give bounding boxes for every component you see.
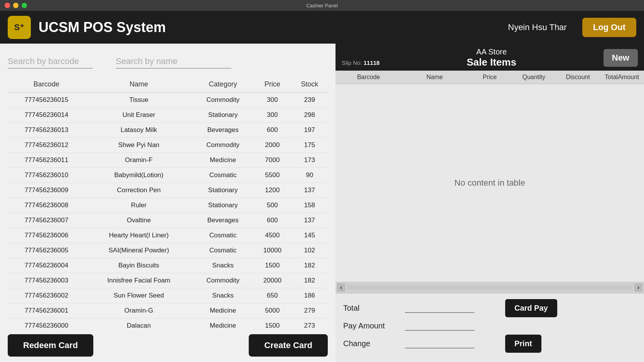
logo-text: S⁺ xyxy=(14,22,25,32)
cell-name: SAI(Mineral Powder) xyxy=(85,243,192,258)
cell-category: Cosmatic xyxy=(192,168,253,183)
no-content-text: No content in table xyxy=(454,178,525,188)
cell-category: Commodity xyxy=(192,93,253,108)
cell-price: 650 xyxy=(253,288,291,303)
new-sale-button[interactable]: New xyxy=(604,49,638,67)
cell-barcode: 777456236008 xyxy=(8,198,85,213)
col-category: Category xyxy=(192,76,253,93)
col-barcode: Barcode xyxy=(8,76,85,93)
cell-price: 600 xyxy=(253,123,291,138)
cell-price: 2000 xyxy=(253,138,291,153)
window-controls[interactable] xyxy=(5,3,27,8)
cell-barcode: 777456236010 xyxy=(8,168,85,183)
cell-stock: 273 xyxy=(291,318,328,329)
cell-stock: 137 xyxy=(291,183,328,198)
cell-barcode: 777456236015 xyxy=(8,93,85,108)
minimize-button[interactable] xyxy=(13,3,19,8)
cell-stock: 102 xyxy=(291,243,328,258)
print-button[interactable]: Print xyxy=(505,335,541,353)
table-row[interactable]: 777456236004Bayin BiscuitsSnacks1500182 xyxy=(8,258,328,273)
table-row[interactable]: 777456236005SAI(Mineral Powder)Cosmatic1… xyxy=(8,243,328,258)
title-bar: Cashier Panel xyxy=(0,0,644,11)
cell-price: 10000 xyxy=(253,243,291,258)
cell-barcode: 777456236004 xyxy=(8,258,85,273)
cell-price: 5000 xyxy=(253,303,291,318)
cell-category: Stationary xyxy=(192,108,253,123)
name-search-input[interactable] xyxy=(116,56,231,69)
cell-price: 300 xyxy=(253,93,291,108)
table-row[interactable]: 777456236013Latasoy MilkBeverages600197 xyxy=(8,123,328,138)
cell-stock: 197 xyxy=(291,123,328,138)
table-row[interactable]: 777456236000DalacanMedicine1500273 xyxy=(8,318,328,329)
table-row[interactable]: 777456236011Oramin-FMedicine7000173 xyxy=(8,153,328,168)
logout-button[interactable]: Log Out xyxy=(582,18,636,37)
slip-number: 11118 xyxy=(364,59,380,66)
cell-name: Hearty Heart(I Liner) xyxy=(85,228,192,243)
cell-price: 300 xyxy=(253,108,291,123)
cell-price: 20000 xyxy=(253,273,291,288)
table-row[interactable]: 777456236015TissueCommodity300239 xyxy=(8,93,328,108)
table-row[interactable]: 777456236007OvaltineBeverages600137 xyxy=(8,213,328,228)
no-content-area: No content in table xyxy=(335,84,644,282)
maximize-button[interactable] xyxy=(22,3,27,8)
sale-col-quantity: Quantity xyxy=(512,74,556,81)
cell-category: Medicine xyxy=(192,153,253,168)
card-pay-button[interactable]: Card Pay xyxy=(505,299,557,317)
main-content: Barcode Name Category Price Stock 777456… xyxy=(0,44,644,362)
table-row[interactable]: 777456236001Oramin-GMedicine5000279 xyxy=(8,303,328,318)
table-row[interactable]: 777456236003Innisfree Facial FoamCommodi… xyxy=(8,273,328,288)
cell-category: Snacks xyxy=(192,258,253,273)
cell-stock: 173 xyxy=(291,153,328,168)
table-row[interactable]: 777456236014Unit EraserStationary300298 xyxy=(8,108,328,123)
cell-name: Sun Flower Seed xyxy=(85,288,192,303)
change-input[interactable] xyxy=(405,339,474,348)
cell-price: 500 xyxy=(253,198,291,213)
sale-header-center: AA Store Sale Items xyxy=(379,47,603,68)
right-panel: Slip No: 11118 AA Store Sale Items New B… xyxy=(335,44,644,362)
cell-category: Beverages xyxy=(192,123,253,138)
table-row[interactable]: 777456236002Sun Flower SeedSnacks650186 xyxy=(8,288,328,303)
table-row[interactable]: 777456236012Shwe Pyi NanCommodity2000175 xyxy=(8,138,328,153)
cell-barcode: 777456236012 xyxy=(8,138,85,153)
cell-barcode: 777456236001 xyxy=(8,303,85,318)
change-row: Change Print xyxy=(343,335,636,353)
scroll-right-button[interactable]: › xyxy=(634,283,642,292)
cell-barcode: 777456236005 xyxy=(8,243,85,258)
cell-name: Oramin-G xyxy=(85,303,192,318)
cell-price: 5500 xyxy=(253,168,291,183)
table-row[interactable]: 777456236006Hearty Heart(I Liner)Cosmati… xyxy=(8,228,328,243)
table-row[interactable]: 777456236008RulerStationary500158 xyxy=(8,198,328,213)
cell-stock: 239 xyxy=(291,93,328,108)
barcode-search-input[interactable] xyxy=(8,56,93,69)
cell-category: Stationary xyxy=(192,198,253,213)
cell-category: Stationary xyxy=(192,183,253,198)
total-row: Total Card Pay xyxy=(343,299,636,317)
table-row[interactable]: 777456236009Correction PenStationary1200… xyxy=(8,183,328,198)
cell-stock: 145 xyxy=(291,228,328,243)
cell-category: Commodity xyxy=(192,273,253,288)
cell-price: 600 xyxy=(253,213,291,228)
cell-barcode: 777456236006 xyxy=(8,228,85,243)
cell-price: 4500 xyxy=(253,228,291,243)
change-label: Change xyxy=(343,339,405,348)
sale-content: Barcode Name Price Quantity Discount Tot… xyxy=(335,71,644,293)
close-button[interactable] xyxy=(5,3,10,8)
store-name: AA Store xyxy=(379,47,603,56)
sale-scroll-area[interactable]: ‹ › xyxy=(335,282,644,293)
scroll-left-button[interactable]: ‹ xyxy=(337,283,345,292)
create-card-button[interactable]: Create Card xyxy=(249,334,328,357)
left-panel: Barcode Name Category Price Stock 777456… xyxy=(0,44,335,362)
total-input[interactable] xyxy=(405,303,474,313)
app-title: UCSM POS System xyxy=(39,19,500,36)
redeem-card-button[interactable]: Redeem Card xyxy=(8,334,93,357)
cell-stock: 182 xyxy=(291,273,328,288)
pay-amount-input[interactable] xyxy=(405,321,474,331)
pay-amount-label: Pay Amount xyxy=(343,321,405,330)
cell-category: Medicine xyxy=(192,303,253,318)
cell-name: Tissue xyxy=(85,93,192,108)
cell-name: Bayin Biscuits xyxy=(85,258,192,273)
total-label: Total xyxy=(343,304,405,313)
table-row[interactable]: 777456236010Babymild(Lotion)Cosmatic5500… xyxy=(8,168,328,183)
cell-barcode: 777456236003 xyxy=(8,273,85,288)
cell-barcode: 777456236007 xyxy=(8,213,85,228)
